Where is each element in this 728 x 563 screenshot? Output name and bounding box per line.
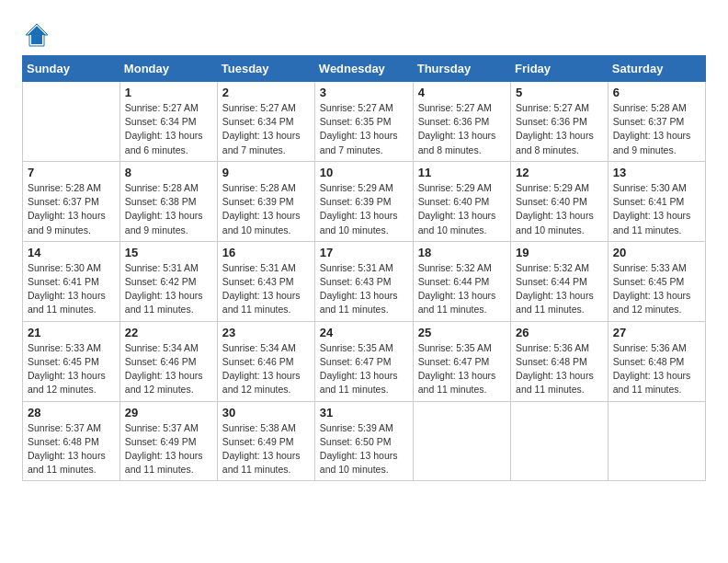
calendar-week-row: 1Sunrise: 5:27 AM Sunset: 6:34 PM Daylig… [23,82,706,162]
weekday-header: Saturday [608,56,705,82]
day-number: 9 [222,166,310,179]
calendar-cell: 10Sunrise: 5:29 AM Sunset: 6:39 PM Dayli… [314,161,413,241]
calendar-cell: 24Sunrise: 5:35 AM Sunset: 6:47 PM Dayli… [314,321,413,401]
weekday-header: Monday [119,56,217,82]
svg-marker-0 [28,26,46,44]
day-number: 28 [28,406,115,419]
day-number: 15 [125,246,212,259]
day-info: Sunrise: 5:39 AM Sunset: 6:50 PM Dayligh… [320,421,408,477]
calendar-cell: 2Sunrise: 5:27 AM Sunset: 6:34 PM Daylig… [217,82,314,162]
day-number: 13 [613,166,700,179]
day-number: 11 [418,166,506,179]
calendar-cell: 21Sunrise: 5:33 AM Sunset: 6:45 PM Dayli… [23,321,120,401]
calendar-cell: 15Sunrise: 5:31 AM Sunset: 6:42 PM Dayli… [119,241,217,321]
day-info: Sunrise: 5:36 AM Sunset: 6:48 PM Dayligh… [516,341,603,397]
calendar-cell: 20Sunrise: 5:33 AM Sunset: 6:45 PM Dayli… [608,241,705,321]
day-number: 21 [28,326,115,339]
day-info: Sunrise: 5:27 AM Sunset: 6:34 PM Dayligh… [222,101,310,157]
calendar-cell: 29Sunrise: 5:37 AM Sunset: 6:49 PM Dayli… [119,401,217,481]
calendar-cell: 19Sunrise: 5:32 AM Sunset: 6:44 PM Dayli… [511,241,609,321]
day-number: 16 [222,246,310,259]
day-info: Sunrise: 5:29 AM Sunset: 6:39 PM Dayligh… [320,181,408,237]
day-number: 29 [125,406,212,419]
calendar-week-row: 7Sunrise: 5:28 AM Sunset: 6:37 PM Daylig… [23,161,706,241]
day-number: 23 [222,326,310,339]
day-info: Sunrise: 5:28 AM Sunset: 6:37 PM Dayligh… [28,181,115,237]
day-info: Sunrise: 5:34 AM Sunset: 6:46 PM Dayligh… [222,341,310,397]
day-info: Sunrise: 5:33 AM Sunset: 6:45 PM Dayligh… [613,261,700,317]
calendar-cell: 7Sunrise: 5:28 AM Sunset: 6:37 PM Daylig… [23,161,120,241]
day-number: 8 [125,166,212,179]
day-info: Sunrise: 5:27 AM Sunset: 6:35 PM Dayligh… [320,101,408,157]
day-number: 5 [516,86,603,99]
calendar-week-row: 14Sunrise: 5:30 AM Sunset: 6:41 PM Dayli… [23,241,706,321]
day-info: Sunrise: 5:32 AM Sunset: 6:44 PM Dayligh… [418,261,506,317]
weekday-header: Wednesday [314,56,413,82]
weekday-header: Sunday [23,56,120,82]
day-number: 2 [222,86,310,99]
calendar-cell: 6Sunrise: 5:28 AM Sunset: 6:37 PM Daylig… [608,82,705,162]
day-info: Sunrise: 5:33 AM Sunset: 6:45 PM Dayligh… [28,341,115,397]
calendar-cell: 23Sunrise: 5:34 AM Sunset: 6:46 PM Dayli… [217,321,314,401]
day-info: Sunrise: 5:28 AM Sunset: 6:39 PM Dayligh… [222,181,310,237]
day-info: Sunrise: 5:37 AM Sunset: 6:48 PM Dayligh… [28,421,115,477]
calendar-cell: 28Sunrise: 5:37 AM Sunset: 6:48 PM Dayli… [23,401,120,481]
day-info: Sunrise: 5:28 AM Sunset: 6:38 PM Dayligh… [125,181,212,237]
calendar-cell: 30Sunrise: 5:38 AM Sunset: 6:49 PM Dayli… [217,401,314,481]
page-header [22,18,706,48]
calendar-cell: 16Sunrise: 5:31 AM Sunset: 6:43 PM Dayli… [217,241,314,321]
day-number: 4 [418,86,506,99]
day-number: 17 [320,246,408,259]
day-number: 12 [516,166,603,179]
day-number: 25 [418,326,506,339]
calendar-cell: 27Sunrise: 5:36 AM Sunset: 6:48 PM Dayli… [608,321,705,401]
calendar-cell: 22Sunrise: 5:34 AM Sunset: 6:46 PM Dayli… [119,321,217,401]
day-number: 10 [320,166,408,179]
weekday-header: Tuesday [217,56,314,82]
calendar-cell: 18Sunrise: 5:32 AM Sunset: 6:44 PM Dayli… [413,241,510,321]
calendar-cell: 31Sunrise: 5:39 AM Sunset: 6:50 PM Dayli… [314,401,413,481]
day-info: Sunrise: 5:29 AM Sunset: 6:40 PM Dayligh… [516,181,603,237]
day-info: Sunrise: 5:35 AM Sunset: 6:47 PM Dayligh… [320,341,408,397]
day-number: 1 [125,86,212,99]
day-info: Sunrise: 5:31 AM Sunset: 6:43 PM Dayligh… [222,261,310,317]
day-info: Sunrise: 5:27 AM Sunset: 6:36 PM Dayligh… [418,101,506,157]
calendar-cell: 11Sunrise: 5:29 AM Sunset: 6:40 PM Dayli… [413,161,510,241]
day-number: 18 [418,246,506,259]
day-info: Sunrise: 5:38 AM Sunset: 6:49 PM Dayligh… [222,421,310,477]
day-info: Sunrise: 5:29 AM Sunset: 6:40 PM Dayligh… [418,181,506,237]
day-info: Sunrise: 5:30 AM Sunset: 6:41 PM Dayligh… [613,181,700,237]
calendar-cell: 8Sunrise: 5:28 AM Sunset: 6:38 PM Daylig… [119,161,217,241]
calendar-cell: 1Sunrise: 5:27 AM Sunset: 6:34 PM Daylig… [119,82,217,162]
day-number: 19 [516,246,603,259]
calendar-week-row: 28Sunrise: 5:37 AM Sunset: 6:48 PM Dayli… [23,401,706,481]
day-number: 7 [28,166,115,179]
logo [22,22,50,48]
day-info: Sunrise: 5:37 AM Sunset: 6:49 PM Dayligh… [125,421,212,477]
day-number: 6 [613,86,700,99]
day-info: Sunrise: 5:36 AM Sunset: 6:48 PM Dayligh… [613,341,700,397]
day-info: Sunrise: 5:34 AM Sunset: 6:46 PM Dayligh… [125,341,212,397]
day-info: Sunrise: 5:31 AM Sunset: 6:43 PM Dayligh… [320,261,408,317]
calendar-cell [511,401,609,481]
day-info: Sunrise: 5:30 AM Sunset: 6:41 PM Dayligh… [28,261,115,317]
calendar-cell [23,82,120,162]
calendar-cell: 14Sunrise: 5:30 AM Sunset: 6:41 PM Dayli… [23,241,120,321]
day-number: 24 [320,326,408,339]
day-number: 26 [516,326,603,339]
day-number: 31 [320,406,408,419]
calendar-cell: 5Sunrise: 5:27 AM Sunset: 6:36 PM Daylig… [511,82,609,162]
calendar-week-row: 21Sunrise: 5:33 AM Sunset: 6:45 PM Dayli… [23,321,706,401]
day-number: 27 [613,326,700,339]
day-number: 30 [222,406,310,419]
calendar-cell: 25Sunrise: 5:35 AM Sunset: 6:47 PM Dayli… [413,321,510,401]
day-info: Sunrise: 5:27 AM Sunset: 6:34 PM Dayligh… [125,101,212,157]
calendar-cell: 4Sunrise: 5:27 AM Sunset: 6:36 PM Daylig… [413,82,510,162]
day-info: Sunrise: 5:32 AM Sunset: 6:44 PM Dayligh… [516,261,603,317]
calendar-cell [608,401,705,481]
day-info: Sunrise: 5:27 AM Sunset: 6:36 PM Dayligh… [516,101,603,157]
day-number: 22 [125,326,212,339]
day-info: Sunrise: 5:28 AM Sunset: 6:37 PM Dayligh… [613,101,700,157]
calendar-cell: 3Sunrise: 5:27 AM Sunset: 6:35 PM Daylig… [314,82,413,162]
calendar-cell: 13Sunrise: 5:30 AM Sunset: 6:41 PM Dayli… [608,161,705,241]
